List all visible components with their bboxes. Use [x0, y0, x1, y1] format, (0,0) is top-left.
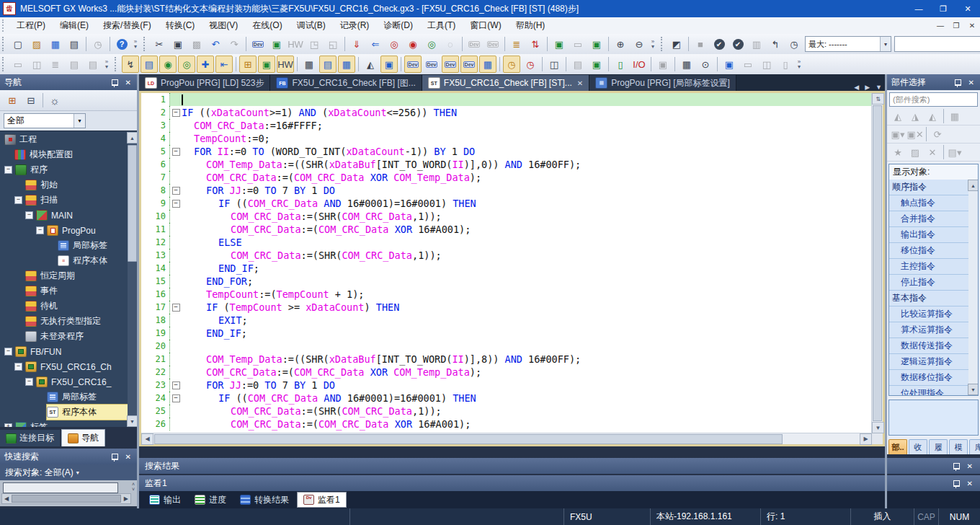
tree-expand-icon[interactable]: −: [14, 363, 22, 371]
window-list-button[interactable]: ≣: [47, 56, 64, 73]
quick-search-hscrollbar[interactable]: ◀ ▶: [1, 493, 131, 504]
zoom-out-button[interactable]: ⊖: [631, 35, 648, 53]
code-line[interactable]: 7COM_CRC_Data:=(COM_CRC_Data XOR COM_Tem…: [141, 171, 872, 184]
fold-collapse-icon[interactable]: −: [172, 200, 180, 208]
watch-item-combo[interactable]: ▾: [894, 36, 980, 52]
parts-tab-库[interactable]: 库: [969, 439, 980, 454]
watch-window-toggle-button[interactable]: ▦: [338, 56, 355, 73]
hw-configuration-button[interactable]: HW: [287, 35, 304, 53]
cut-button[interactable]: ✂: [151, 35, 168, 53]
dock-readonly-3-button[interactable]: ▯: [777, 56, 794, 73]
maximize-button[interactable]: ❐: [931, 0, 956, 17]
pin-icon[interactable]: [112, 454, 118, 460]
bottom-tab-进度[interactable]: 进度: [189, 493, 232, 507]
online-program-change-button[interactable]: ◉: [404, 35, 422, 53]
menu-视图[interactable]: 视图(V): [202, 17, 245, 34]
break-limit-combo[interactable]: 最大: -------▾: [805, 36, 891, 52]
remote-operation-button[interactable]: ▣: [268, 35, 285, 53]
undo-button[interactable]: ↶: [207, 35, 224, 53]
step-break-button[interactable]: ↰: [767, 35, 784, 53]
editor-vertical-scrollbar[interactable]: ⇅ ▼: [871, 93, 883, 433]
element-search-input[interactable]: (部件搜索): [889, 92, 978, 107]
parts-tab-模[interactable]: 模: [949, 439, 968, 454]
watch-timer-button[interactable]: ◷: [785, 35, 803, 53]
search-button[interactable]: ◭: [925, 109, 940, 124]
pin-icon[interactable]: [953, 480, 960, 487]
tree-item[interactable]: 待机: [0, 299, 128, 314]
tree-expand-icon[interactable]: −: [4, 166, 12, 174]
scroll-up-icon[interactable]: ▲: [968, 180, 979, 191]
scroll-right-icon[interactable]: ▶: [124, 495, 128, 502]
tree-expand-icon[interactable]: −: [14, 196, 22, 204]
document-tab[interactable]: STFX5U_CRC16_Check [FB] [ST]...✕: [422, 75, 589, 91]
open-project-button[interactable]: ▨: [28, 35, 45, 53]
paste-button[interactable]: ▩: [188, 35, 205, 53]
fold-collapse-icon[interactable]: −: [172, 148, 180, 156]
menu-调试[interactable]: 调试(B): [290, 17, 333, 34]
window-property-button[interactable]: ▤: [66, 56, 83, 73]
scroll-down-icon[interactable]: ▼: [872, 422, 884, 433]
tree-item[interactable]: −扫描: [0, 193, 128, 208]
tree-collapse-button[interactable]: ⊟: [22, 92, 40, 109]
mdi-minimize-button[interactable]: —: [932, 19, 948, 32]
find-in-window-button[interactable]: ▣: [380, 56, 398, 73]
monitor-menu-button[interactable]: ▦: [678, 56, 695, 73]
device-comment-display-button[interactable]: Dev: [404, 56, 422, 73]
menu-帮助[interactable]: 帮助(H): [509, 17, 553, 34]
menu-记录[interactable]: 记录(R): [333, 17, 377, 34]
code-line[interactable]: 11COM_CRC_Data:=(COM_CRC_Data XOR 16#A00…: [141, 223, 872, 236]
parts-tab-部[interactable]: 部..: [888, 439, 907, 454]
fold-collapse-icon[interactable]: −: [172, 304, 180, 312]
tab-list-icon[interactable]: ▼: [876, 84, 882, 91]
find-device-button[interactable]: ⊙: [697, 56, 714, 73]
code-line[interactable]: 16TempCount:=(TempCount + 1);: [141, 288, 872, 301]
fold-collapse-icon[interactable]: −: [172, 394, 180, 402]
tree-item[interactable]: 局部标签: [0, 238, 128, 253]
bottom-tab-转换结果[interactable]: 转换结果: [234, 493, 295, 507]
code-line[interactable]: 9−IF ((COM_CRC_Data AND 16#0001)=16#0001…: [141, 197, 872, 210]
dock-tab-连接目标[interactable]: 连接目标: [0, 430, 60, 446]
tree-item[interactable]: ST程序本体: [0, 405, 128, 420]
close-icon[interactable]: ✕: [967, 462, 973, 470]
instruction-category[interactable]: 逻辑运算指令: [889, 354, 968, 370]
monitor-write-button[interactable]: ◎: [423, 35, 440, 53]
instruction-category[interactable]: 基本指令: [889, 291, 968, 306]
document-tab[interactable]: ▦ProgPou [PRG] [局部标签设置]: [589, 75, 736, 91]
module-write-button[interactable]: ◱: [324, 35, 342, 53]
read-from-plc-button[interactable]: ⇐: [367, 35, 384, 53]
tree-display-mode-button[interactable]: ⊞: [4, 92, 21, 109]
code-line[interactable]: 2−IF ((xDataCount>=1) AND (xDataCount<=2…: [141, 106, 872, 119]
new-project-button[interactable]: ▢: [9, 35, 27, 53]
tree-item[interactable]: +标签: [0, 420, 128, 427]
scroll-left-icon[interactable]: ◀: [4, 495, 9, 502]
verify-with-plc-button[interactable]: ◎: [386, 35, 403, 53]
update-list-button[interactable]: ⟳: [930, 127, 945, 142]
close-icon[interactable]: ✕: [968, 79, 974, 87]
instruction-category[interactable]: 位处理指令: [889, 386, 968, 396]
toolbar-overflow-button[interactable]: »▾: [102, 56, 111, 73]
editor-horizontal-scrollbar[interactable]: ◀ ▶: [141, 433, 872, 444]
scrollbar-thumb[interactable]: [12, 495, 121, 503]
close-icon[interactable]: ✕: [125, 79, 131, 87]
pin-icon[interactable]: [112, 79, 118, 86]
tree-expand-icon[interactable]: −: [25, 211, 33, 219]
window-split-button[interactable]: ◫: [545, 56, 563, 73]
instruction-category[interactable]: 比较运算指令: [889, 306, 968, 322]
zoom-in-button[interactable]: ⊕: [612, 35, 629, 53]
place-element-button[interactable]: ▣▾: [890, 127, 906, 142]
tree-item[interactable]: 工程: [0, 132, 128, 147]
search-forward-button[interactable]: ◮: [907, 109, 923, 124]
rebuild-all-button[interactable]: ▤: [141, 56, 158, 73]
code-line[interactable]: 23−FOR JJ:=0 TO 7 BY 1 DO: [141, 379, 872, 392]
menu-搜索/替换[interactable]: 搜索/替换(F): [96, 17, 159, 34]
scrollbar-thumb[interactable]: [128, 145, 137, 262]
device-memory-button[interactable]: Dev: [460, 56, 478, 73]
tree-item[interactable]: −FX5U_CRC16_Ch: [0, 359, 128, 374]
tree-item[interactable]: 恒定周期: [0, 268, 128, 283]
st-editor[interactable]: 12−IF ((xDataCount>=1) AND (xDataCount<=…: [141, 93, 883, 444]
bottom-tab-监看1[interactable]: 监看1: [297, 492, 347, 508]
scroll-left-icon[interactable]: ◀: [141, 433, 153, 445]
dock-readonly-1-button[interactable]: ▭: [739, 56, 757, 73]
help-button[interactable]: ?: [113, 35, 130, 53]
convert-button[interactable]: ↯: [122, 56, 139, 73]
